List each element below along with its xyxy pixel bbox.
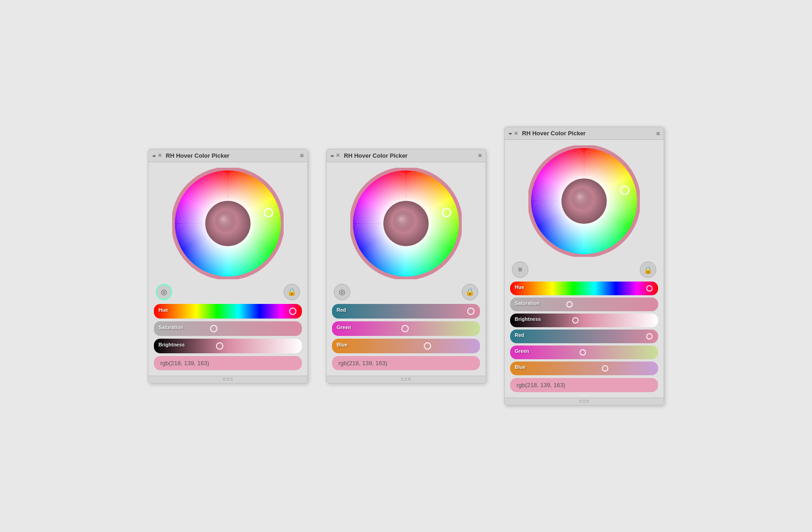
sat-slider-3[interactable]: Saturation [510,298,658,311]
lock-button[interactable]: 🔒 [284,284,300,300]
resize-grip-1[interactable]: ⠿⠿⠿ [222,377,233,382]
red-slider-3[interactable]: Red [510,330,658,343]
red-label-3: Red [515,332,524,338]
color-wheel-container-2 [332,168,480,279]
sat-label: Saturation [158,325,183,330]
close-icon[interactable]: ✕ [158,152,162,159]
blue-thumb[interactable] [424,342,431,350]
bright-thumb-3[interactable] [572,317,579,324]
color-wheel-3[interactable] [528,145,640,257]
bright-thumb[interactable] [216,342,223,350]
hue-label: Hue [158,307,168,313]
blue-thumb-3[interactable] [602,365,608,372]
green-thumb[interactable] [401,325,409,332]
bright-slider-3[interactable]: Brightness [510,314,658,327]
titlebar-left-2: ◂▸ ✕ [330,152,340,159]
resize-grip-2[interactable]: ⠿⠿⠿ [401,377,411,382]
menu-icon-2[interactable]: ≡ [478,152,482,159]
red-label: Red [337,307,346,313]
titlebar-3: ◂▸ ✕ RH Hover Color Picker ≡ [505,127,664,140]
color-wheel-2[interactable] [350,168,462,279]
red-thumb-3[interactable] [646,333,653,340]
panel-content-1: ◎ 🔒 Hue Saturation Brightness rgb(218, 1… [148,162,307,376]
blue-label: Blue [337,342,348,347]
collapse-arrows-icon-2[interactable]: ◂▸ [330,153,334,158]
rgb-display-3: rgb(218, 139, 163) [510,378,658,392]
controls-row-2: ◎ 🔒 [332,284,480,300]
hue-mode-button-2[interactable]: ◎ [334,284,350,300]
menu-icon-3[interactable]: ≡ [656,130,660,137]
bright-label-3: Brightness [515,316,541,322]
titlebar-1: ◂▸ ✕ RH Hover Color Picker ≡ [148,149,307,162]
sat-label-3: Saturation [515,300,539,306]
collapse-arrows-icon[interactable]: ◂▸ [152,153,156,158]
hue-slider-3[interactable]: Hue [510,282,658,295]
blue-slider[interactable]: Blue [332,339,480,353]
titlebar-left-3: ◂▸ ✕ [508,130,518,137]
green-thumb-3[interactable] [580,349,586,356]
controls-row-1: ◎ 🔒 [154,284,302,300]
color-wheel-container-1 [154,168,302,279]
green-slider-3[interactable]: Green [510,346,658,359]
lock-button-2[interactable]: 🔒 [462,284,478,300]
panel-content-3: ≡ 🔒 Hue Saturation Brightness Red Green [505,140,664,398]
red-thumb[interactable] [467,308,475,315]
color-wheel-1[interactable] [172,168,284,279]
rgb-value-1: rgb(218, 139, 163) [160,360,209,367]
menu-icon[interactable]: ≡ [300,152,304,159]
rgb-display-1: rgb(218, 139, 163) [154,356,302,370]
titlebar-2: ◂▸ ✕ RH Hover Color Picker ≡ [327,149,485,162]
panel-title-1: RH Hover Color Picker [162,152,300,159]
hue-slider[interactable]: Hue [154,304,302,319]
rgb-display-2: rgb(218, 139, 163) [332,356,480,370]
hue-mode-button[interactable]: ◎ [156,284,172,300]
controls-row-3: ≡ 🔒 [510,261,658,278]
sat-slider[interactable]: Saturation [154,321,302,336]
sat-thumb[interactable] [210,325,217,332]
sat-thumb-3[interactable] [566,301,573,308]
lock-button-3[interactable]: 🔒 [640,261,656,278]
rgb-value-3: rgb(218, 139, 163) [517,382,565,388]
panel-title-2: RH Hover Color Picker [340,152,478,159]
panel-1: ◂▸ ✕ RH Hover Color Picker ≡ ◎ 🔒 Hue Sat… [148,149,308,383]
resize-grip-3[interactable]: ⠿⠿⠿ [579,399,590,404]
panel-content-2: ◎ 🔒 Red Green Blue rgb(218, 139, 163) [327,162,485,376]
panel-footer-2: ⠿⠿⠿ [327,376,485,383]
blue-label-3: Blue [515,364,526,370]
rgb-value-2: rgb(218, 139, 163) [338,360,387,367]
close-icon-3[interactable]: ✕ [514,130,518,137]
bright-slider[interactable]: Brightness [154,339,302,353]
hue-label-3: Hue [515,284,524,290]
color-wheel-container-3 [510,145,658,257]
green-label-3: Green [515,348,529,354]
collapse-arrows-icon-3[interactable]: ◂▸ [508,131,512,136]
red-slider[interactable]: Red [332,304,480,319]
green-label: Green [337,325,351,330]
lines-button[interactable]: ≡ [512,261,528,278]
panel-footer-3: ⠿⠿⠿ [505,398,664,405]
titlebar-left-1: ◂▸ ✕ [152,152,162,159]
hue-thumb-3[interactable] [646,285,653,292]
panel-3: ◂▸ ✕ RH Hover Color Picker ≡ ≡ 🔒 Hue Sat… [504,127,664,405]
panel-title-3: RH Hover Color Picker [518,130,656,137]
hue-thumb[interactable] [289,308,296,315]
close-icon-2[interactable]: ✕ [336,152,340,159]
panel-2: ◂▸ ✕ RH Hover Color Picker ≡ ◎ 🔒 Red Gre… [326,149,486,383]
panel-footer-1: ⠿⠿⠿ [148,376,307,383]
blue-slider-3[interactable]: Blue [510,362,658,375]
green-slider[interactable]: Green [332,321,480,336]
bright-label: Brightness [158,342,185,347]
